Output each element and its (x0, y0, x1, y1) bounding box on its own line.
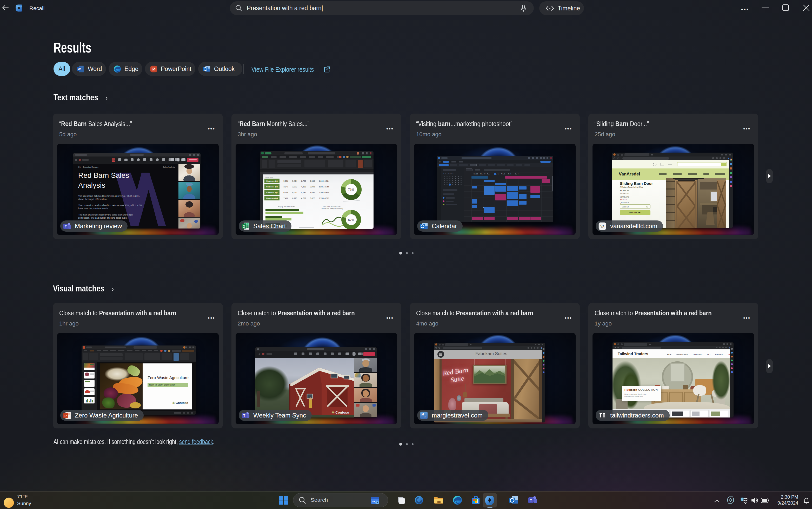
svg-text:VΛ: VΛ (600, 225, 604, 228)
svg-text:3,972: 3,972 (292, 185, 297, 188)
svg-text:4,588: 4,588 (301, 185, 306, 188)
svg-text:3,041: 3,041 (284, 185, 288, 188)
svg-text:6,844: 6,844 (319, 180, 324, 182)
svg-text:71%: 71% (348, 188, 354, 192)
svg-text:5,789: 5,789 (319, 197, 324, 199)
svg-text:6,123: 6,123 (292, 197, 297, 199)
svg-text:S M T W T F S: S M T W T F S (443, 173, 453, 174)
svg-text:6,324: 6,324 (325, 180, 329, 182)
svg-text:5,556: 5,556 (284, 180, 288, 182)
svg-text:Contoso - Q1: Contoso - Q1 (266, 180, 278, 182)
svg-text:P: P (152, 67, 155, 71)
svg-text:4,757: 4,757 (301, 197, 306, 199)
svg-text:7,460: 7,460 (284, 197, 288, 199)
svg-text:P: P (65, 414, 67, 417)
svg-text:6,672: 6,672 (292, 191, 297, 194)
svg-text:3,998: 3,998 (310, 185, 315, 188)
svg-text:5,881: 5,881 (319, 185, 324, 188)
svg-text:Contoso - Q4: Contoso - Q4 (266, 197, 278, 199)
svg-text:T: T (244, 414, 246, 417)
svg-text:5,568: 5,568 (310, 180, 315, 182)
svg-text:W: W (78, 67, 81, 71)
svg-text:3,756: 3,756 (325, 185, 329, 188)
svg-text:M: M (421, 413, 424, 416)
svg-text:T: T (65, 225, 67, 228)
svg-text:Contoso - Q3: Contoso - Q3 (266, 192, 278, 194)
svg-text:T: T (530, 498, 532, 503)
svg-text:6,504: 6,504 (319, 191, 324, 194)
svg-text:6,804: 6,804 (325, 191, 329, 194)
svg-text:6,168: 6,168 (284, 191, 288, 194)
svg-text:6,700: 6,700 (301, 180, 306, 182)
svg-text:5,822: 5,822 (310, 197, 315, 199)
svg-text:6,732: 6,732 (301, 191, 306, 194)
svg-text:Contoso - Q2: Contoso - Q2 (266, 186, 278, 188)
svg-text:67%: 67% (348, 218, 354, 222)
svg-text:4,323: 4,323 (325, 197, 329, 199)
svg-text:7,032: 7,032 (310, 191, 315, 194)
svg-text:5,424: 5,424 (292, 180, 297, 182)
svg-text:X: X (243, 225, 245, 228)
